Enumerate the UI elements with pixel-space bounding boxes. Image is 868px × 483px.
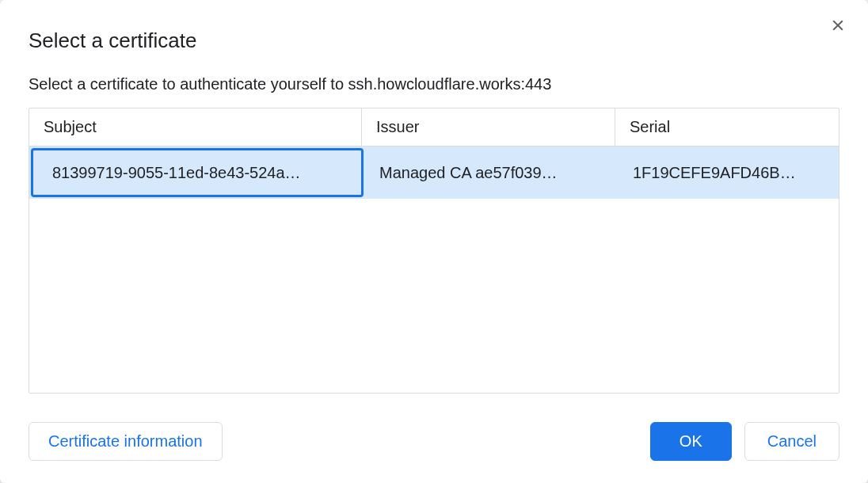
header-issuer[interactable]: Issuer	[362, 108, 615, 146]
close-button[interactable]	[827, 16, 849, 38]
table-body: 81399719-9055-11ed-8e43-524a… Managed CA…	[29, 146, 839, 393]
certificate-table: Subject Issuer Serial 81399719-9055-11ed…	[29, 108, 839, 394]
cancel-button[interactable]: Cancel	[744, 422, 839, 461]
table-row[interactable]: 81399719-9055-11ed-8e43-524a… Managed CA…	[29, 146, 839, 199]
cell-issuer: Managed CA ae57f039…	[365, 146, 619, 199]
header-subject[interactable]: Subject	[29, 108, 362, 146]
table-header: Subject Issuer Serial	[29, 108, 839, 146]
dialog-subtitle: Select a certificate to authenticate you…	[29, 75, 839, 93]
footer-right: OK Cancel	[650, 422, 839, 461]
header-serial[interactable]: Serial	[615, 108, 839, 146]
close-icon	[830, 17, 846, 36]
ok-button[interactable]: OK	[650, 422, 732, 461]
cell-subject: 81399719-9055-11ed-8e43-524a…	[31, 148, 364, 197]
cell-serial: 1F19CEFE9AFD46B…	[619, 146, 839, 199]
certificate-info-button[interactable]: Certificate information	[29, 422, 223, 461]
dialog-footer: Certificate information OK Cancel	[29, 422, 839, 461]
dialog-title: Select a certificate	[29, 29, 839, 53]
certificate-dialog: Select a certificate Select a certificat…	[0, 0, 868, 483]
